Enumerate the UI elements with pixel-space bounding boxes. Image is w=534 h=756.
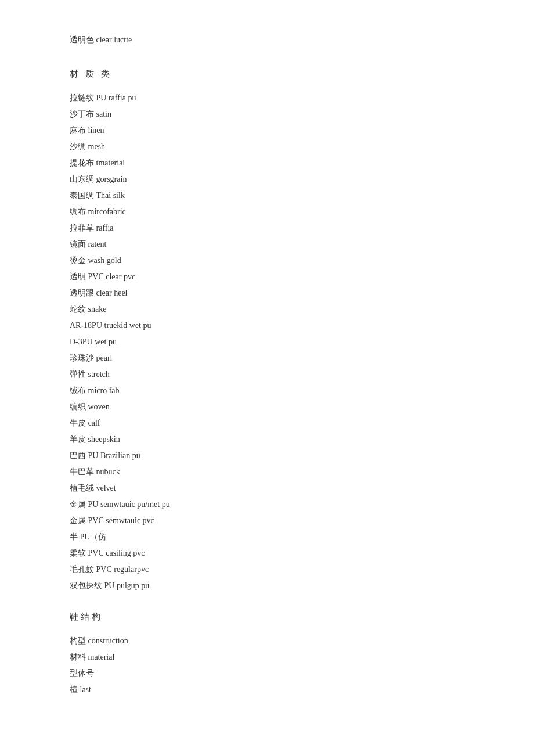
list-item: AR-18PU truekid wet pu — [70, 318, 464, 334]
list-item: 金属 PVC semwtauic pvc — [70, 513, 464, 529]
list-item: 编织 woven — [70, 399, 464, 415]
top-item: 透明色 clear luctte — [70, 35, 464, 45]
list-item: 麻布 linen — [70, 123, 464, 139]
list-item: 巴西 PU Brazilian pu — [70, 448, 464, 464]
materials-section: 材 质 类 拉链纹 PU raffia pu沙丁布 satin麻布 linen沙… — [70, 69, 464, 594]
list-item: 植毛绒 velvet — [70, 480, 464, 496]
list-item: 拉菲草 raffia — [70, 220, 464, 236]
list-item: 绸布 mircofabric — [70, 204, 464, 220]
list-item: 牛巴革 nubuck — [70, 464, 464, 480]
list-item: 山东绸 gorsgrain — [70, 171, 464, 188]
list-item: 牛皮 calf — [70, 415, 464, 431]
list-item: 镜面 ratent — [70, 236, 464, 253]
list-item: 羊皮 sheepskin — [70, 431, 464, 448]
list-item: 透明跟 clear heel — [70, 285, 464, 301]
list-item: 烫金 wash gold — [70, 253, 464, 269]
list-item: 毛孔蚊 PVC regularpvc — [70, 561, 464, 578]
list-item: 透明 PVC clear pvc — [70, 269, 464, 285]
list-item: 沙绸 mesh — [70, 139, 464, 155]
shoe-structure-section-title: 鞋结构 — [70, 611, 464, 622]
materials-section-title: 材 质 类 — [70, 69, 464, 80]
list-item: 构型 construction — [70, 633, 464, 649]
list-item: 沙丁布 satin — [70, 106, 464, 123]
list-item: D-3PU wet pu — [70, 334, 464, 350]
top-item-label: 透明色 clear luctte — [70, 35, 132, 44]
list-item: 双包探纹 PU pulgup pu — [70, 578, 464, 594]
list-item: 绒布 micro fab — [70, 383, 464, 399]
list-item: 材料 material — [70, 649, 464, 665]
shoe-structure-section: 鞋结构 构型 construction材料 material型体号楦 last — [70, 611, 464, 698]
list-item: 提花布 tmaterial — [70, 155, 464, 171]
list-item: 弹性 stretch — [70, 366, 464, 383]
materials-list: 拉链纹 PU raffia pu沙丁布 satin麻布 linen沙绸 mesh… — [70, 90, 464, 594]
list-item: 蛇纹 snake — [70, 301, 464, 318]
list-item: 楦 last — [70, 682, 464, 698]
list-item: 型体号 — [70, 665, 464, 682]
list-item: 柔软 PVC casiling pvc — [70, 545, 464, 561]
list-item: 金属 PU semwtauic pu/met pu — [70, 496, 464, 513]
list-item: 半 PU（仿 — [70, 529, 464, 545]
list-item: 拉链纹 PU raffia pu — [70, 90, 464, 106]
shoe-structure-list: 构型 construction材料 material型体号楦 last — [70, 633, 464, 698]
list-item: 泰国绸 Thai silk — [70, 188, 464, 204]
list-item: 珍珠沙 pearl — [70, 350, 464, 366]
